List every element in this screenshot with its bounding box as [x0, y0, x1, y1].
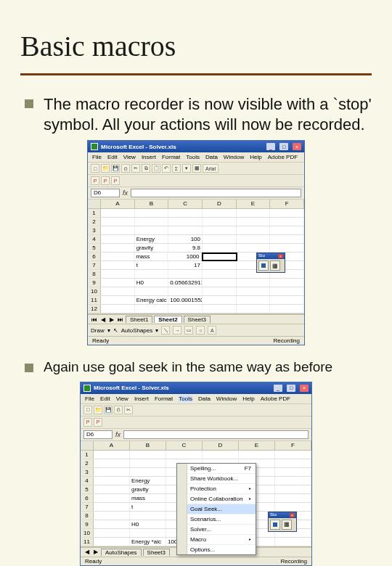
- menu-options[interactable]: Options...: [177, 545, 256, 554]
- relative-ref-button[interactable]: ▦: [270, 261, 280, 271]
- print-icon[interactable]: ⎙: [114, 406, 123, 414]
- menu-protection[interactable]: Protection: [177, 484, 256, 494]
- menu-file[interactable]: File: [92, 154, 102, 160]
- menu-edit[interactable]: Edit: [100, 395, 110, 402]
- menu-data[interactable]: Data: [198, 395, 211, 402]
- save-icon[interactable]: 💾: [104, 406, 113, 414]
- pdf-icon[interactable]: P: [111, 176, 120, 185]
- menu-share-workbook[interactable]: Share Workbook...: [177, 474, 256, 484]
- pdf-icon[interactable]: P: [94, 418, 102, 427]
- stop-recording-toolbar[interactable]: Sto× ▦: [268, 512, 297, 532]
- col-f[interactable]: F: [275, 441, 311, 450]
- rect-icon[interactable]: ▭: [184, 326, 193, 335]
- menu-insert[interactable]: Insert: [134, 395, 149, 402]
- new-icon[interactable]: □: [83, 406, 92, 414]
- name-box[interactable]: D6: [91, 189, 120, 197]
- undo-icon[interactable]: ↶: [162, 164, 171, 173]
- open-icon[interactable]: 📁: [94, 406, 102, 414]
- tab-sheet3[interactable]: Sheet3: [143, 549, 170, 556]
- menu-window[interactable]: Window: [224, 154, 244, 160]
- menu-tools[interactable]: Tools: [186, 154, 200, 160]
- tab-nav-next[interactable]: ▶: [92, 549, 99, 555]
- menu-adobe[interactable]: Adobe PDF: [268, 154, 298, 160]
- menu-solver[interactable]: Solver...: [177, 525, 256, 535]
- save-icon[interactable]: 💾: [111, 164, 120, 173]
- tab-sheet1[interactable]: Sheet1: [126, 316, 152, 323]
- line-icon[interactable]: ＼: [161, 326, 170, 335]
- tab-autoshapes[interactable]: AutoShapes: [101, 549, 142, 556]
- select-icon[interactable]: ↖: [113, 327, 118, 334]
- menu-edit[interactable]: Edit: [107, 154, 118, 160]
- formula-input[interactable]: [123, 430, 309, 439]
- close-icon[interactable]: ×: [290, 513, 295, 517]
- draw-menu[interactable]: Draw: [91, 327, 105, 334]
- tab-sheet3[interactable]: Sheet3: [184, 316, 211, 323]
- menu-online-collab[interactable]: Online Collaboration: [177, 494, 256, 504]
- maximize-button[interactable]: □: [287, 385, 295, 392]
- print-icon[interactable]: ⎙: [121, 164, 130, 173]
- col-a[interactable]: A: [94, 441, 130, 450]
- relative-ref-button[interactable]: ▦: [282, 520, 292, 530]
- tab-sheet2[interactable]: Sheet2: [154, 316, 181, 323]
- minimize-button[interactable]: _: [274, 385, 282, 392]
- menu-format[interactable]: Format: [155, 395, 173, 402]
- paste-icon[interactable]: 📋: [152, 164, 160, 173]
- pdf-icon[interactable]: P: [83, 418, 92, 427]
- col-f[interactable]: F: [270, 200, 304, 208]
- open-icon[interactable]: 📁: [101, 164, 110, 173]
- fx-icon[interactable]: fx: [115, 431, 121, 438]
- stop-record-button[interactable]: [270, 520, 280, 530]
- menu-tools[interactable]: Tools: [179, 395, 192, 402]
- menu-spelling[interactable]: Spelling...F7: [177, 464, 256, 474]
- pdf-icon[interactable]: P: [91, 176, 99, 185]
- sum-icon[interactable]: Σ: [172, 164, 181, 173]
- copy-icon[interactable]: ⧉: [142, 164, 150, 173]
- tab-nav-last[interactable]: ⏭: [117, 316, 124, 323]
- cut-icon[interactable]: ✂: [124, 406, 133, 414]
- menu-adobe[interactable]: Adobe PDF: [261, 395, 290, 402]
- menu-help[interactable]: Help: [250, 154, 261, 160]
- menu-goal-seek[interactable]: Goal Seek...: [177, 504, 256, 514]
- menu-insert[interactable]: Insert: [142, 154, 156, 160]
- new-icon[interactable]: □: [91, 164, 99, 173]
- name-box[interactable]: D6: [83, 430, 113, 439]
- sort-icon[interactable]: ▾: [182, 164, 191, 173]
- col-e[interactable]: E: [237, 200, 271, 208]
- tools-dropdown[interactable]: Spelling...F7 Share Workbook... Protecti…: [176, 463, 256, 555]
- menu-macro[interactable]: Macro: [177, 535, 256, 545]
- autoshapes-menu[interactable]: AutoShapes: [121, 327, 153, 334]
- fx-icon[interactable]: fx: [123, 189, 128, 197]
- tab-nav-prev[interactable]: ◀: [99, 316, 107, 323]
- col-d[interactable]: D: [203, 200, 237, 208]
- cut-icon[interactable]: ✂: [131, 164, 140, 173]
- menu-view[interactable]: View: [123, 154, 136, 160]
- font-box[interactable]: Arial: [203, 164, 219, 173]
- menu-help[interactable]: Help: [242, 395, 254, 402]
- oval-icon[interactable]: ○: [196, 326, 205, 335]
- tab-nav-first[interactable]: ⏮: [91, 316, 98, 323]
- spreadsheet-grid[interactable]: A B C D E F 1 2 3 4Energy100 5gravity9.8…: [88, 200, 304, 314]
- stop-record-button[interactable]: [258, 261, 269, 271]
- col-c[interactable]: C: [168, 200, 203, 208]
- spreadsheet-grid[interactable]: A B C D E F 1 2 3 4Energy100 5gravity 6m…: [81, 441, 311, 547]
- menu-window[interactable]: Window: [216, 395, 237, 402]
- col-c[interactable]: C: [166, 441, 203, 450]
- col-a[interactable]: A: [101, 200, 135, 208]
- col-d[interactable]: D: [203, 441, 239, 450]
- textbox-icon[interactable]: A: [208, 326, 216, 335]
- col-b[interactable]: B: [135, 200, 169, 208]
- menu-file[interactable]: File: [85, 395, 94, 402]
- col-e[interactable]: E: [239, 441, 275, 450]
- close-icon[interactable]: ×: [278, 254, 283, 258]
- menu-scenarios[interactable]: Scenarios...: [177, 514, 256, 525]
- menu-format[interactable]: Format: [162, 154, 180, 160]
- tab-nav-prev[interactable]: ◀: [83, 549, 91, 555]
- active-cell-d6[interactable]: [202, 253, 237, 261]
- menu-view[interactable]: View: [116, 395, 128, 402]
- maximize-button[interactable]: □: [279, 143, 288, 150]
- chart-icon[interactable]: ▦: [192, 164, 201, 173]
- tab-nav-next[interactable]: ▶: [108, 316, 115, 323]
- arrow-icon[interactable]: →: [173, 326, 181, 335]
- formula-input[interactable]: [131, 189, 301, 197]
- pdf-icon[interactable]: P: [101, 176, 110, 185]
